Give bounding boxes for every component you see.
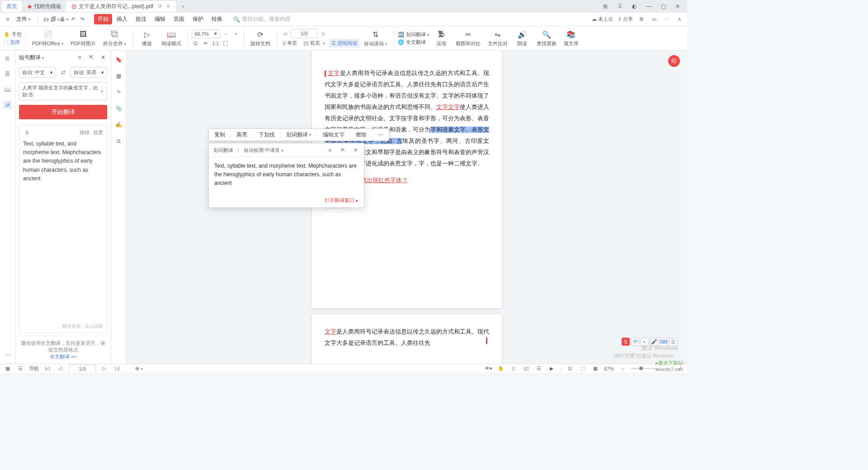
ctx-underline[interactable]: 下划线 <box>253 129 281 141</box>
tab-templates[interactable]: ◆ 找稻壳模板 <box>22 1 66 12</box>
menu-protect[interactable]: 保护 <box>189 14 207 24</box>
zoom-slider[interactable] <box>631 368 658 369</box>
signature-icon[interactable]: ✍ <box>114 120 123 129</box>
sb-thumb-icon[interactable]: ▦ <box>4 365 12 373</box>
play-button[interactable]: ▷播放 <box>137 28 157 48</box>
sb-cont-icon[interactable]: ☰ <box>535 365 543 373</box>
source-input[interactable]: 人类早 期原生文字的象形文字，比如:古✕ <box>19 82 107 100</box>
translate-button[interactable]: 开始翻译 <box>19 105 107 119</box>
zoom-in[interactable]: ＋ <box>232 30 240 38</box>
bookmark-icon[interactable]: 🔖 <box>114 55 123 64</box>
thumbnail-icon[interactable]: ▦ <box>114 71 123 80</box>
ctx-erase[interactable]: 擦除 <box>350 129 373 141</box>
menu-edit[interactable]: 编辑 <box>151 14 169 24</box>
sb-play-icon[interactable]: ▶ <box>547 365 556 373</box>
popup-mode[interactable]: 自动检测:中译英 <box>244 147 283 154</box>
fullscreen-icon[interactable]: ⛶ <box>222 39 230 47</box>
rail-translate-icon[interactable]: ⎘ <box>3 54 12 63</box>
search-library[interactable]: 📚搜文库 <box>561 28 581 48</box>
ime-toolbar[interactable]: S 中 •, 🎤 ⌨ ☰ <box>622 338 677 346</box>
popup-close-icon[interactable]: ✕ <box>351 146 359 154</box>
fit-page-icon[interactable]: ⊡ <box>192 39 200 47</box>
sb-outline-icon[interactable]: ☰ <box>16 365 24 373</box>
trans-settings[interactable]: 设置 <box>93 129 103 137</box>
menu-start[interactable]: 开始 <box>94 14 112 24</box>
sb-zoom-out[interactable]: − <box>618 365 627 373</box>
trans-list-icon[interactable]: ≡ <box>75 53 84 61</box>
redo-icon[interactable]: ↷ <box>78 15 86 24</box>
read-aloud[interactable]: 🔊朗读 <box>512 28 532 48</box>
split-merge[interactable]: ⿻拆分合并 <box>100 28 129 48</box>
page-input[interactable]: 1/3 <box>291 29 318 38</box>
close-button[interactable]: ✕ <box>674 2 682 10</box>
full-translate-link[interactable]: 全文翻译 >> <box>50 354 77 359</box>
sb-single-icon[interactable]: ▯ <box>509 365 518 373</box>
sb-eye-icon[interactable]: 👁▾ <box>484 365 492 373</box>
rail-outline-icon[interactable]: ☰ <box>3 70 12 79</box>
ime-logo[interactable]: S <box>622 338 630 346</box>
next-page[interactable]: ▷ <box>320 29 328 38</box>
save-icon[interactable]: 🗐 <box>51 15 59 24</box>
ctx-copy[interactable]: 复制 <box>209 129 231 141</box>
more-icon[interactable]: ⋯ <box>663 15 671 24</box>
stamp-badge[interactable]: 印 <box>668 55 680 67</box>
compress[interactable]: 🗜压缩 <box>431 28 451 48</box>
find-replace[interactable]: 🔍查找替换 <box>534 28 559 48</box>
tab-document[interactable]: ▤ 文字是人类用符号记...pted).pdf ⟳ ✕ <box>66 1 176 12</box>
screenshot-compare[interactable]: ✂截图和对比 <box>453 28 483 48</box>
sb-next[interactable]: ▷ <box>100 365 108 373</box>
ctx-more[interactable]: ⋯ <box>373 129 389 141</box>
annotation-icon[interactable]: ✎ <box>114 88 123 97</box>
menu-annotate[interactable]: 批注 <box>132 14 150 24</box>
ctx-edit-text[interactable]: 编辑文字 <box>317 129 350 141</box>
open-icon[interactable]: 🗁 <box>42 15 50 24</box>
attachment-icon[interactable]: 📎 <box>114 104 123 113</box>
trans-title[interactable]: 短句翻译 <box>19 54 44 61</box>
rotate-doc[interactable]: ⟳旋转文档 <box>248 28 273 48</box>
layers-icon[interactable]: ⧉ <box>114 136 123 146</box>
tab-close-icon[interactable]: ✕ <box>165 3 171 9</box>
lang-to[interactable]: 自动: 英语▾ <box>71 67 108 78</box>
sb-last[interactable]: ▷| <box>113 365 121 373</box>
cloud-status[interactable]: ☁ 未上云 <box>592 16 613 23</box>
report-error[interactable]: 报错 <box>80 129 90 137</box>
sb-first[interactable]: |◁ <box>43 365 52 373</box>
read-mode[interactable]: 📖阅读模式 <box>159 28 184 48</box>
rail-more-icon[interactable]: ⋯ <box>3 350 12 359</box>
view-continuous[interactable]: ☰ 连续阅读 <box>329 39 359 47</box>
auto-scroll[interactable]: ⇅自动滚动 <box>361 28 390 48</box>
copy-result-icon[interactable]: ⎘ <box>23 129 31 137</box>
pdf-to-image[interactable]: 🖼PDF转图片 <box>68 28 99 48</box>
sb-nav[interactable]: 导航 <box>29 365 39 372</box>
window-icon[interactable]: ▭ <box>650 15 658 24</box>
print-icon[interactable]: 🖶 <box>60 15 68 24</box>
gear-icon[interactable]: ⚙ <box>637 15 646 24</box>
search-box[interactable]: 🔍 查找功能、搜索内容 <box>233 15 291 23</box>
sb-insert-icon[interactable]: ⊕ <box>135 365 143 373</box>
grid-icon[interactable]: ⊞ <box>601 2 609 10</box>
ctx-highlight[interactable]: 高亮 <box>231 129 253 141</box>
menu-icon[interactable]: ≡ <box>4 15 12 24</box>
sb-grid-icon[interactable]: ▦ <box>591 365 599 373</box>
prev-page[interactable]: ◁ <box>281 29 289 38</box>
sb-fit-icon[interactable]: ⊡ <box>566 365 574 373</box>
doc-p2-lead[interactable]: 文字 <box>325 329 336 335</box>
sb-hand-icon[interactable]: ✋ <box>497 365 505 373</box>
undo-icon[interactable]: ↶ <box>69 15 77 24</box>
tab-refresh-icon[interactable]: ⟳ <box>157 3 163 9</box>
trans-pin-icon[interactable]: ⇱ <box>87 53 95 61</box>
popup-list-icon[interactable]: ≡ <box>326 146 334 154</box>
zoom-select[interactable]: 66.7%▾ <box>192 29 220 38</box>
share-button[interactable]: ⇪ 分享 <box>618 16 633 23</box>
ctx-translate[interactable]: 划词翻译 <box>281 129 317 141</box>
select-tool[interactable]: ⬚ 选择 <box>4 39 22 46</box>
ime-lang[interactable]: 中 <box>631 338 639 346</box>
ime-punct[interactable]: •, <box>641 338 649 346</box>
rail-swap-icon[interactable]: ⇄ <box>3 100 12 109</box>
doc-lead-link[interactable]: 文字 <box>328 70 340 76</box>
sb-prev[interactable]: ◁ <box>56 365 64 373</box>
new-tab-button[interactable]: ＋ <box>176 1 190 12</box>
doc-mid-link[interactable]: 文字文字 <box>436 104 460 110</box>
word-translate[interactable]: 🔤 划词翻译 <box>398 31 429 38</box>
lang-swap[interactable]: ⇄ <box>59 68 68 77</box>
